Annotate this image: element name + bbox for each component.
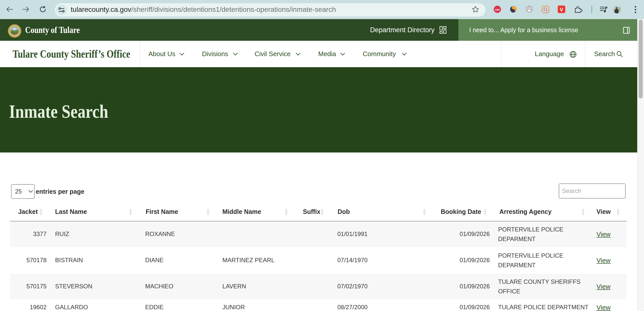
svg-text:ABP: ABP [495, 8, 500, 11]
svg-text:V: V [560, 7, 563, 12]
